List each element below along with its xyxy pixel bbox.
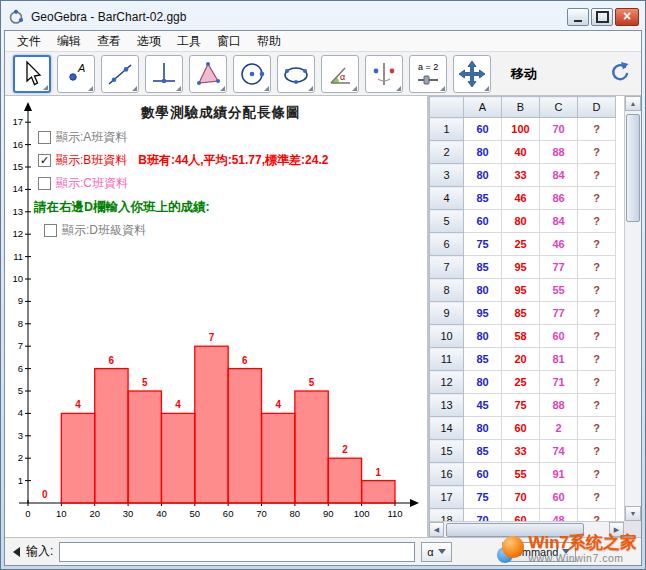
checkbox-c-class[interactable]: 顯示:C班資料 — [38, 175, 128, 192]
cell-D9[interactable]: ? — [578, 302, 616, 325]
cell-D14[interactable]: ? — [578, 417, 616, 440]
tool-dropdown-arrow-icon[interactable] — [352, 86, 357, 91]
bar-10-20[interactable] — [61, 413, 94, 503]
tool-dropdown-arrow-icon[interactable] — [176, 86, 181, 91]
bar-90-100[interactable] — [328, 458, 361, 503]
angle-tool[interactable]: α — [321, 55, 359, 93]
row-header-3[interactable]: 3 — [430, 164, 464, 187]
row-header-15[interactable]: 15 — [430, 440, 464, 463]
scroll-up-icon[interactable]: ▲ — [625, 96, 641, 111]
tool-dropdown-arrow-icon[interactable] — [396, 86, 401, 91]
cell-C11[interactable]: 81 — [540, 348, 578, 371]
reflect-tool[interactable] — [365, 55, 403, 93]
cell-D15[interactable]: ? — [578, 440, 616, 463]
cell-A16[interactable]: 60 — [464, 463, 502, 486]
cell-A12[interactable]: 80 — [464, 371, 502, 394]
vertical-scroll-thumb[interactable] — [626, 114, 640, 222]
cell-D2[interactable]: ? — [578, 141, 616, 164]
tool-dropdown-arrow-icon[interactable] — [308, 86, 313, 91]
cell-B3[interactable]: 33 — [502, 164, 540, 187]
symbol-dropdown[interactable]: α — [421, 542, 451, 562]
bar-70-80[interactable] — [262, 413, 295, 503]
bar-80-90[interactable] — [295, 391, 328, 503]
menu-edit[interactable]: 编辑 — [49, 31, 89, 52]
cell-C3[interactable]: 84 — [540, 164, 578, 187]
row-header-6[interactable]: 6 — [430, 233, 464, 256]
cell-B14[interactable]: 60 — [502, 417, 540, 440]
cell-C4[interactable]: 86 — [540, 187, 578, 210]
cell-B7[interactable]: 95 — [502, 256, 540, 279]
perpendicular-line-tool[interactable] — [145, 55, 183, 93]
checkbox-b-class[interactable]: ✓顯示:B班資料B班有:44人,平均:51.77,標準差:24.2 — [38, 152, 328, 169]
move-view-tool[interactable] — [453, 55, 491, 93]
row-header-9[interactable]: 9 — [430, 302, 464, 325]
row-header-17[interactable]: 17 — [430, 486, 464, 509]
cell-C1[interactable]: 70 — [540, 118, 578, 141]
cell-A15[interactable]: 85 — [464, 440, 502, 463]
inputbar-toggle-arrow[interactable] — [13, 547, 20, 557]
checkbox-box-icon[interactable] — [38, 177, 51, 190]
ellipse-tool[interactable] — [277, 55, 315, 93]
bar-60-70[interactable] — [228, 369, 261, 503]
column-header-C[interactable]: C — [540, 97, 578, 118]
cell-A4[interactable]: 85 — [464, 187, 502, 210]
bar-50-60[interactable] — [195, 346, 228, 503]
cell-C17[interactable]: 60 — [540, 486, 578, 509]
tool-dropdown-arrow-icon[interactable] — [440, 86, 445, 91]
cell-C2[interactable]: 88 — [540, 141, 578, 164]
close-button[interactable] — [615, 8, 639, 26]
menu-file[interactable]: 文件 — [9, 31, 49, 52]
cell-B15[interactable]: 33 — [502, 440, 540, 463]
row-header-13[interactable]: 13 — [430, 394, 464, 417]
cell-C15[interactable]: 74 — [540, 440, 578, 463]
row-header-5[interactable]: 5 — [430, 210, 464, 233]
cell-B11[interactable]: 20 — [502, 348, 540, 371]
row-header-2[interactable]: 2 — [430, 141, 464, 164]
cell-D7[interactable]: ? — [578, 256, 616, 279]
polygon-tool[interactable] — [189, 55, 227, 93]
scroll-down-icon[interactable]: ▼ — [625, 506, 641, 521]
cell-B9[interactable]: 85 — [502, 302, 540, 325]
menu-window[interactable]: 窗口 — [209, 31, 249, 52]
row-header-1[interactable]: 1 — [430, 118, 464, 141]
titlebar[interactable]: GeoGebra - BarChart-02.ggb — [4, 4, 642, 30]
cell-C9[interactable]: 77 — [540, 302, 578, 325]
point-tool[interactable]: A — [57, 55, 95, 93]
tool-dropdown-arrow-icon[interactable] — [88, 86, 93, 91]
maximize-button[interactable] — [591, 8, 613, 26]
tool-dropdown-arrow-icon[interactable] — [132, 86, 137, 91]
scroll-left-icon[interactable]: ◀ — [429, 522, 444, 537]
sheet-corner-cell[interactable] — [430, 97, 464, 118]
row-header-14[interactable]: 14 — [430, 417, 464, 440]
cell-C13[interactable]: 88 — [540, 394, 578, 417]
menu-options[interactable]: 选项 — [129, 31, 169, 52]
row-header-7[interactable]: 7 — [430, 256, 464, 279]
cell-C7[interactable]: 77 — [540, 256, 578, 279]
cell-B12[interactable]: 25 — [502, 371, 540, 394]
cell-D10[interactable]: ? — [578, 325, 616, 348]
cell-B10[interactable]: 58 — [502, 325, 540, 348]
cell-C8[interactable]: 55 — [540, 279, 578, 302]
vertical-scrollbar[interactable]: ▲ ▼ — [624, 96, 641, 521]
cell-D17[interactable]: ? — [578, 486, 616, 509]
cell-B2[interactable]: 40 — [502, 141, 540, 164]
cell-C10[interactable]: 60 — [540, 325, 578, 348]
spreadsheet-view[interactable]: ABCD16010070?2804088?3803384?4854686?560… — [429, 96, 641, 537]
menu-help[interactable]: 帮助 — [249, 31, 289, 52]
cell-D13[interactable]: ? — [578, 394, 616, 417]
row-header-12[interactable]: 12 — [430, 371, 464, 394]
move-tool[interactable] — [13, 55, 51, 93]
cell-D12[interactable]: ? — [578, 371, 616, 394]
app-icon[interactable] — [7, 8, 25, 26]
minimize-button[interactable] — [567, 8, 589, 26]
algebra-input-field[interactable] — [59, 542, 415, 562]
checkbox-box-icon[interactable] — [38, 131, 51, 144]
tool-dropdown-arrow-icon[interactable] — [220, 86, 225, 91]
row-header-16[interactable]: 16 — [430, 463, 464, 486]
cell-D1[interactable]: ? — [578, 118, 616, 141]
row-header-8[interactable]: 8 — [430, 279, 464, 302]
cell-A14[interactable]: 80 — [464, 417, 502, 440]
checkbox-box-icon[interactable] — [44, 224, 57, 237]
cell-A13[interactable]: 45 — [464, 394, 502, 417]
cell-D4[interactable]: ? — [578, 187, 616, 210]
